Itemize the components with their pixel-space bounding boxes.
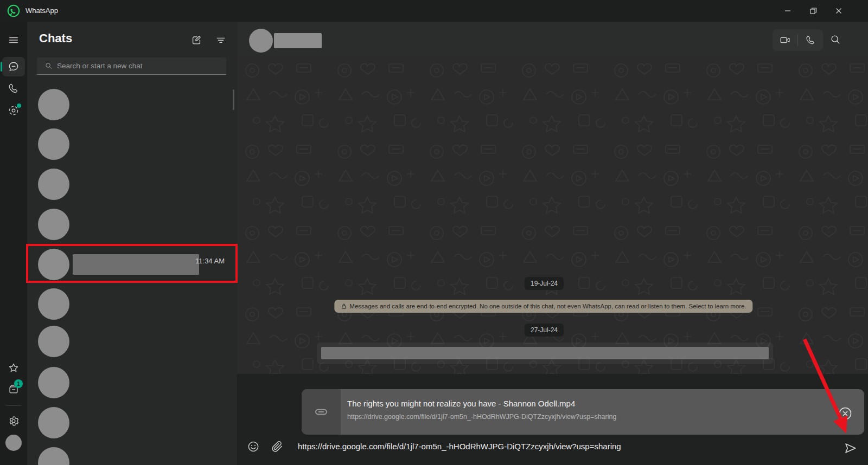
- nav-starred[interactable]: [0, 357, 27, 379]
- chat-list-item[interactable]: [27, 403, 237, 443]
- chat-list-item[interactable]: [27, 322, 237, 361]
- chat-avatar: [38, 407, 69, 438]
- voice-call-icon: [805, 35, 816, 46]
- chat-avatar: [38, 209, 69, 240]
- chat-avatar: [38, 249, 69, 280]
- search-icon: [44, 62, 53, 70]
- attach-button[interactable]: [271, 440, 284, 453]
- panel-title: Chats: [39, 31, 72, 46]
- chat-avatar: [38, 447, 69, 465]
- send-icon: [843, 441, 857, 455]
- filter-icon: [215, 34, 227, 46]
- menu-icon: [8, 34, 20, 46]
- titlebar: WhatsApp: [0, 0, 868, 22]
- new-chat-icon: [190, 34, 202, 46]
- search-in-chat-icon: [829, 34, 841, 46]
- restore-icon: [809, 7, 817, 15]
- app-title: WhatsApp: [25, 7, 58, 15]
- emoji-icon: [247, 440, 260, 453]
- nav-archived[interactable]: 1: [0, 378, 27, 400]
- calls-icon: [8, 82, 20, 94]
- close-icon: [835, 7, 843, 15]
- link-preview-close-button[interactable]: [838, 406, 852, 421]
- encryption-notice[interactable]: Messages and calls are end-to-end encryp…: [334, 300, 752, 313]
- paperclip-icon: [271, 440, 284, 453]
- chat-avatar: [38, 288, 69, 320]
- nav-profile[interactable]: [0, 434, 27, 452]
- emoji-button[interactable]: [247, 440, 260, 453]
- whatsapp-window: WhatsApp: [0, 0, 868, 465]
- message-content-redacted: [321, 347, 769, 359]
- chat-list-item[interactable]: [27, 85, 237, 125]
- close-button[interactable]: [826, 0, 851, 22]
- menu-button[interactable]: [0, 29, 27, 51]
- chat-list-item[interactable]: [27, 205, 237, 244]
- encryption-notice-text: Messages and calls are end-to-end encryp…: [349, 303, 746, 309]
- message-area: 19-Jul-24 Messages and calls are end-to-…: [237, 56, 868, 374]
- nav-settings[interactable]: [0, 410, 27, 432]
- chat-list-item[interactable]: [27, 165, 237, 204]
- link-preview-title: The rights you might not realize you hav…: [347, 399, 575, 408]
- filter-chats-button[interactable]: [214, 34, 227, 47]
- link-preview-thumbnail: [302, 389, 341, 435]
- chat-list-item[interactable]: [27, 363, 237, 403]
- nav-chats-active-indicator: [1, 62, 2, 72]
- chat-list-item[interactable]: [27, 285, 237, 324]
- chat-list-item[interactable]: [27, 125, 237, 164]
- nav-calls[interactable]: [0, 78, 27, 99]
- search-input[interactable]: [57, 62, 214, 70]
- video-call-button[interactable]: [773, 29, 797, 51]
- rail-divider: [6, 405, 21, 406]
- close-circle-icon: [838, 406, 852, 421]
- search-in-chat-button[interactable]: [829, 34, 843, 47]
- archived-badge: 1: [14, 379, 23, 388]
- nav-chats[interactable]: [0, 56, 27, 78]
- profile-avatar: [5, 435, 22, 451]
- minimize-icon: [784, 7, 792, 15]
- compose-area: The rights you might not realize you hav…: [237, 374, 868, 465]
- contact-avatar: [249, 29, 273, 53]
- date-chip: 27-Jul-24: [525, 324, 564, 337]
- minimize-button[interactable]: [775, 0, 800, 22]
- link-icon: [313, 404, 329, 420]
- chat-timestamp: 11:34 AM: [195, 257, 225, 265]
- chat-avatar: [38, 89, 69, 120]
- contact-name-redacted: [274, 33, 322, 48]
- whatsapp-logo-icon: [7, 4, 21, 18]
- lock-icon: [341, 303, 347, 309]
- chats-icon: [8, 61, 20, 73]
- chat-avatar: [38, 367, 69, 398]
- star-icon: [8, 362, 20, 374]
- status-new-dot: [17, 104, 21, 108]
- date-chip: 19-Jul-24: [525, 277, 564, 290]
- chats-panel: Chats 11:34 AM: [27, 22, 237, 465]
- new-chat-button[interactable]: [190, 34, 203, 47]
- chat-list-item-highlighted[interactable]: 11:34 AM: [27, 245, 237, 285]
- chat-avatar: [38, 128, 69, 160]
- message-bubble-redacted[interactable]: [317, 343, 773, 364]
- video-call-icon: [779, 34, 791, 46]
- maximize-button[interactable]: [801, 0, 826, 22]
- link-preview-url: https://drive.google.com/file/d/1jl7-om5…: [347, 413, 616, 421]
- chat-name-redacted: [73, 254, 199, 275]
- search-box: [37, 57, 226, 75]
- chat-list-item[interactable]: [27, 443, 237, 465]
- chat-avatar: [38, 169, 69, 200]
- conversation-pane: 19-Jul-24 Messages and calls are end-to-…: [237, 22, 868, 465]
- send-button[interactable]: [843, 441, 857, 455]
- nav-status[interactable]: [0, 100, 27, 121]
- voice-call-button[interactable]: [798, 29, 823, 51]
- call-button-group: [773, 29, 823, 51]
- message-input[interactable]: [298, 438, 813, 454]
- chat-avatar: [38, 326, 69, 357]
- nav-rail: 1: [0, 22, 27, 465]
- chat-header[interactable]: [237, 22, 868, 56]
- link-preview-card: The rights you might not realize you hav…: [302, 389, 864, 435]
- gear-icon: [8, 415, 20, 427]
